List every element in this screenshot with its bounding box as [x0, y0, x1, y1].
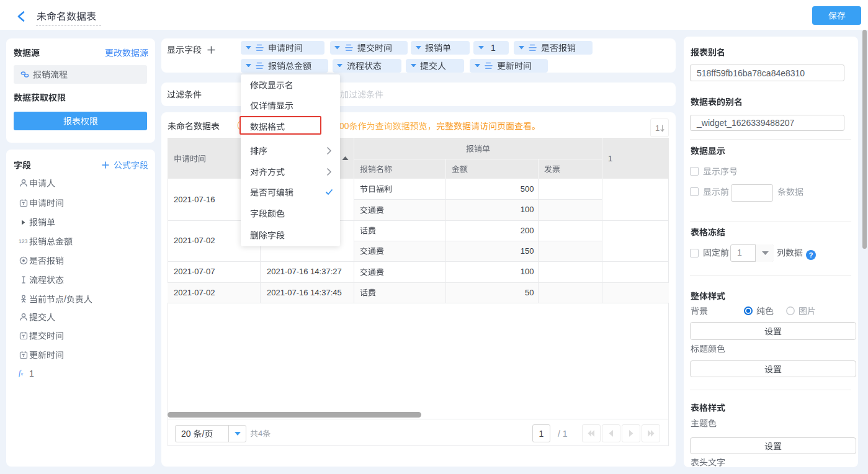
svg-text:00: 00	[339, 121, 349, 131]
svg-text:4: 4	[258, 429, 262, 438]
svg-text:/: /	[202, 429, 204, 439]
svg-text:20: 20	[181, 429, 191, 439]
svg-text:/: /	[64, 294, 66, 304]
